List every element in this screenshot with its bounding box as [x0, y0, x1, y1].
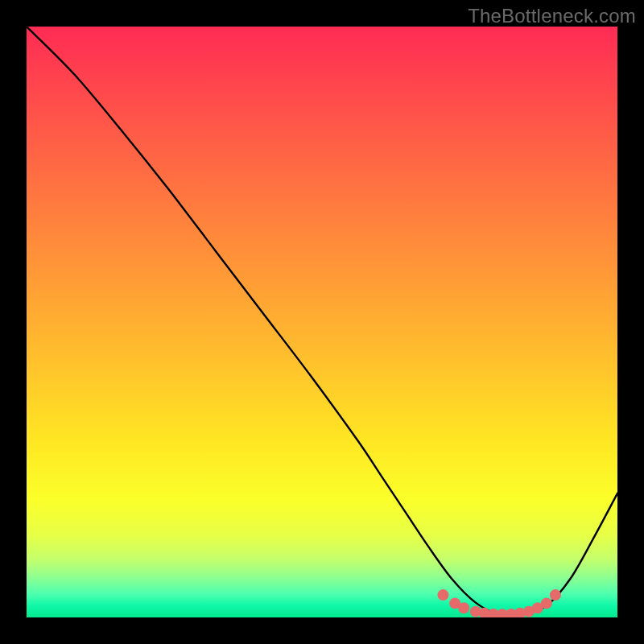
chart-curve: [27, 27, 617, 616]
chart-marker: [458, 602, 469, 613]
watermark-text: TheBottleneck.com: [468, 5, 636, 27]
chart-svg: [27, 27, 617, 617]
chart-plot-area: [27, 27, 617, 617]
chart-markers: [437, 589, 560, 617]
chart-marker: [541, 597, 552, 609]
chart-marker: [437, 589, 448, 601]
chart-marker: [550, 589, 561, 601]
